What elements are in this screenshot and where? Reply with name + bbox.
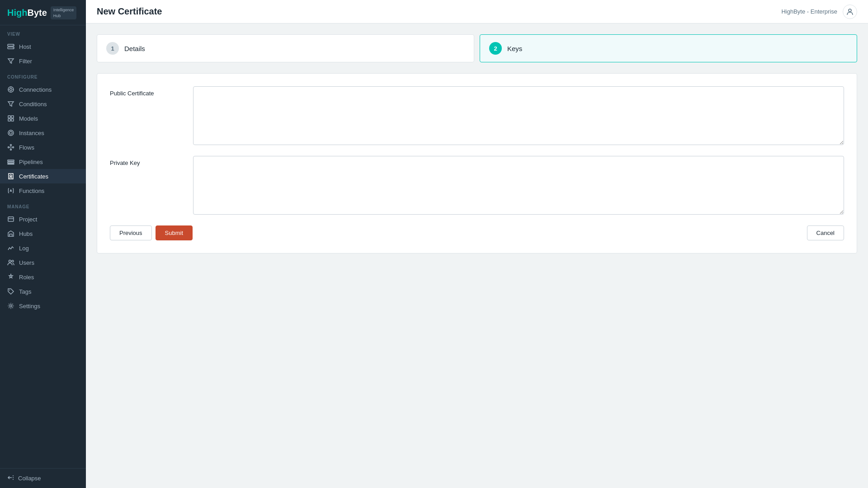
instances-icon (7, 129, 14, 136)
sidebar-item-connections[interactable]: Connections (0, 82, 86, 97)
sidebar: HighByte Intelligence Hub VIEW Host Filt… (0, 0, 86, 488)
sidebar-item-settings-label: Settings (19, 303, 40, 310)
tenant-label: HighByte - Enterprise (781, 8, 837, 15)
sidebar-item-project-label: Project (19, 216, 37, 223)
svg-rect-8 (8, 119, 10, 121)
sidebar-item-hubs-label: Hubs (19, 230, 33, 237)
previous-button[interactable]: Previous (110, 225, 152, 240)
svg-point-25 (849, 9, 851, 12)
filter-icon (7, 57, 14, 65)
svg-point-3 (13, 47, 14, 48)
svg-point-24 (10, 305, 12, 307)
sidebar-item-filter-label: Filter (19, 58, 32, 65)
manage-section-label: MANAGE (0, 198, 86, 212)
wizard-steps: 1 Details 2 Keys (97, 34, 857, 62)
svg-point-22 (12, 260, 14, 262)
sidebar-item-users[interactable]: Users (0, 255, 86, 270)
svg-point-11 (8, 130, 14, 136)
sidebar-item-log-label: Log (19, 245, 29, 252)
topbar: New Certificate HighByte - Enterprise (86, 0, 868, 23)
page-title: New Certificate (97, 6, 162, 17)
log-icon (7, 244, 14, 252)
collapse-label: Collapse (18, 475, 41, 482)
svg-point-12 (8, 147, 9, 148)
logo-badge: Intelligence Hub (51, 6, 77, 19)
view-section-label: VIEW (0, 25, 86, 39)
logo: HighByte Intelligence Hub (0, 0, 86, 25)
sidebar-item-models-label: Models (19, 115, 38, 122)
svg-point-2 (13, 45, 14, 46)
sidebar-item-models[interactable]: Models (0, 111, 86, 126)
sidebar-item-tags-label: Tags (19, 288, 31, 295)
private-key-label: Private Key (110, 156, 182, 166)
sidebar-item-settings[interactable]: Settings (0, 299, 86, 313)
users-icon (7, 259, 14, 266)
private-key-textarea[interactable] (193, 156, 844, 215)
svg-rect-7 (11, 116, 14, 118)
sidebar-item-hubs[interactable]: Hubs (0, 226, 86, 241)
svg-rect-17 (8, 162, 14, 163)
configure-section-label: CONFIGURE (0, 68, 86, 82)
svg-point-10 (9, 131, 12, 134)
sidebar-item-host-label: Host (19, 43, 31, 50)
sidebar-item-functions-label: Functions (19, 188, 44, 194)
sidebar-item-log[interactable]: Log (0, 241, 86, 255)
svg-point-5 (10, 89, 12, 91)
project-icon (7, 216, 14, 223)
wizard-step-keys[interactable]: 2 Keys (480, 34, 857, 62)
sidebar-item-connections-label: Connections (19, 86, 52, 93)
action-buttons-left: Previous Submit (110, 225, 193, 240)
cancel-button[interactable]: Cancel (807, 225, 844, 240)
sidebar-item-flows-label: Flows (19, 144, 34, 151)
sidebar-item-functions[interactable]: Functions (0, 183, 86, 198)
sidebar-item-instances[interactable]: Instances (0, 126, 86, 140)
svg-rect-16 (8, 160, 14, 161)
sidebar-item-roles[interactable]: Roles (0, 270, 86, 284)
collapse-button[interactable]: Collapse (0, 468, 86, 488)
flows-icon (7, 144, 14, 151)
content-area: 1 Details 2 Keys Public Certificate Priv… (86, 23, 868, 488)
svg-point-19 (10, 175, 12, 177)
sidebar-item-pipelines[interactable]: Pipelines (0, 155, 86, 169)
sidebar-item-project[interactable]: Project (0, 212, 86, 226)
settings-icon (7, 302, 14, 310)
svg-rect-18 (8, 164, 14, 164)
functions-icon (7, 187, 14, 194)
sidebar-item-conditions[interactable]: Conditions (0, 97, 86, 111)
sidebar-item-certificates[interactable]: Certificates (0, 169, 86, 183)
sidebar-item-roles-label: Roles (19, 274, 34, 281)
public-cert-row: Public Certificate (110, 86, 844, 145)
svg-point-23 (9, 290, 10, 291)
private-key-row: Private Key (110, 156, 844, 215)
sidebar-item-instances-label: Instances (19, 130, 44, 136)
sidebar-item-conditions-label: Conditions (19, 101, 47, 108)
step-2-number: 2 (489, 42, 502, 55)
sidebar-item-tags[interactable]: Tags (0, 284, 86, 299)
connections-icon (7, 86, 14, 93)
public-cert-label: Public Certificate (110, 86, 182, 97)
sidebar-item-pipelines-label: Pipelines (19, 159, 43, 165)
sidebar-item-flows[interactable]: Flows (0, 140, 86, 155)
sidebar-item-filter[interactable]: Filter (0, 54, 86, 68)
hubs-icon (7, 230, 14, 237)
logo-text: HighByte (7, 8, 47, 18)
svg-point-21 (9, 260, 11, 263)
pipelines-icon (7, 158, 14, 165)
sidebar-item-users-label: Users (19, 259, 34, 266)
logo-byte: Byte (27, 8, 47, 18)
wizard-step-details[interactable]: 1 Details (97, 34, 474, 62)
sidebar-item-host[interactable]: Host (0, 39, 86, 54)
svg-point-13 (13, 147, 14, 148)
models-icon (7, 115, 14, 122)
logo-high: High (7, 8, 27, 18)
public-cert-textarea[interactable] (193, 86, 844, 145)
conditions-icon (7, 100, 14, 108)
svg-point-14 (10, 145, 12, 146)
main: New Certificate HighByte - Enterprise 1 … (86, 0, 868, 488)
submit-button[interactable]: Submit (156, 225, 193, 240)
step-1-number: 1 (106, 42, 119, 55)
user-icon-button[interactable] (843, 5, 857, 19)
roles-icon (7, 273, 14, 281)
topbar-right: HighByte - Enterprise (781, 5, 857, 19)
step-2-label: Keys (507, 45, 522, 52)
